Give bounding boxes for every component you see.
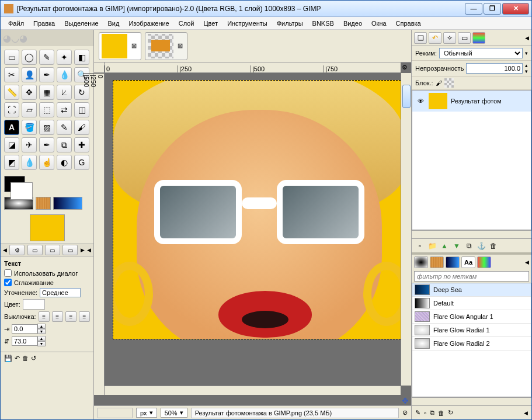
new-gradient-icon[interactable]: ▫: [424, 409, 426, 416]
lock-alpha-icon[interactable]: [444, 78, 454, 88]
ruler-horizontal[interactable]: 0 |250 |500 |750: [105, 63, 401, 73]
canvas-scroll-horizontal[interactable]: [105, 386, 401, 395]
clone-tool[interactable]: ⧉: [57, 137, 72, 152]
menu-video[interactable]: Видео: [339, 19, 366, 28]
gegl-tool[interactable]: G: [74, 155, 89, 170]
layer-name[interactable]: Результат фотом: [451, 98, 502, 105]
eraser-tool[interactable]: ◪: [4, 137, 19, 152]
gradient-scroll[interactable]: [412, 397, 531, 405]
gradients-tab[interactable]: [446, 256, 460, 268]
maximize-button[interactable]: ❐: [484, 3, 501, 15]
channels-tab[interactable]: ↶: [429, 32, 441, 44]
active-image-preview[interactable]: [30, 214, 65, 241]
flip-tool[interactable]: ⇄: [57, 102, 72, 117]
device-tab[interactable]: ▭: [27, 245, 43, 255]
size-up[interactable]: ▲: [37, 336, 46, 341]
scissors-tool[interactable]: ✂: [4, 67, 19, 82]
indent-down[interactable]: ▼: [37, 329, 46, 334]
indent-up[interactable]: ▲: [37, 324, 46, 329]
canvas[interactable]: [105, 73, 401, 395]
justify-center[interactable]: ≡: [65, 311, 77, 322]
save-options-icon[interactable]: 💾: [4, 355, 12, 362]
layer-down-icon[interactable]: ▼: [452, 241, 461, 251]
blend-tool[interactable]: ▨: [39, 120, 54, 135]
color-picker-tool[interactable]: 💧: [57, 67, 72, 82]
ink-tool[interactable]: ✒: [39, 137, 54, 152]
delete-gradient-icon[interactable]: 🗑: [438, 409, 444, 416]
new-group-icon[interactable]: 📁: [427, 241, 437, 251]
justify-fill[interactable]: ≡: [79, 311, 90, 322]
gradient-swatch[interactable]: [53, 197, 82, 210]
shear-tool[interactable]: ▱: [22, 102, 37, 117]
opacity-down[interactable]: ▾: [525, 68, 528, 74]
foreground-select-tool[interactable]: 👤: [22, 67, 37, 82]
fonts-tab[interactable]: Aa: [461, 256, 475, 268]
hinting-select[interactable]: [40, 288, 81, 297]
histogram-tab[interactable]: [472, 32, 485, 44]
dock-menu-right[interactable]: ◀: [525, 35, 529, 41]
blur-tool[interactable]: 💧: [22, 155, 37, 170]
restore-options-icon[interactable]: ↶: [15, 355, 20, 362]
gradient-item-3[interactable]: Flare Glow Radial 1: [412, 324, 531, 337]
perspective-tool[interactable]: ⬚: [39, 102, 54, 117]
move-tool[interactable]: ✥: [22, 85, 37, 100]
edit-gradient-icon[interactable]: ✎: [415, 409, 420, 416]
indent-input[interactable]: [12, 324, 37, 334]
tab-menu[interactable]: ◀: [87, 247, 91, 253]
palettes-tab[interactable]: [477, 256, 491, 268]
scroll-thumb-v[interactable]: [402, 85, 411, 108]
align-tool[interactable]: ▦: [39, 85, 54, 100]
document-tab-2[interactable]: ⊠: [145, 32, 187, 60]
image-layer[interactable]: [113, 80, 401, 339]
perspective-clone-tool[interactable]: ◩: [4, 155, 19, 170]
lock-pixels-icon[interactable]: 🖌: [436, 79, 442, 86]
pattern-swatch[interactable]: [36, 197, 51, 210]
layer-row[interactable]: 👁 Результат фотом: [412, 91, 531, 112]
tab-next[interactable]: ▶: [81, 247, 85, 253]
tag-filter-input[interactable]: [414, 271, 529, 282]
airbrush-tool[interactable]: ✈: [22, 137, 37, 152]
close-button[interactable]: ✕: [502, 3, 529, 15]
opacity-slider[interactable]: 100.0: [466, 63, 523, 74]
document-tab-1[interactable]: ⊠: [99, 32, 141, 60]
gradient-item-0[interactable]: Deep Sea: [412, 283, 531, 297]
gradient-view-menu[interactable]: ◀: [524, 410, 528, 416]
pencil-tool[interactable]: ✎: [57, 120, 72, 135]
anchor-layer-icon[interactable]: ⚓: [477, 241, 486, 251]
ellipse-select-tool[interactable]: ◯: [22, 50, 37, 65]
tool-options-tab[interactable]: ⚙: [9, 245, 25, 255]
antialias-checkbox[interactable]: [4, 279, 12, 286]
history-tab[interactable]: ▭: [45, 245, 60, 255]
smudge-tool[interactable]: ☝: [39, 155, 54, 170]
brushes-tab[interactable]: [414, 256, 428, 268]
menu-layer[interactable]: Слой: [175, 19, 199, 28]
fuzzy-select-tool[interactable]: ✦: [57, 50, 72, 65]
free-select-tool[interactable]: ✎: [39, 50, 54, 65]
scale-tool[interactable]: ⛶: [4, 102, 19, 117]
ruler-origin[interactable]: [94, 63, 105, 73]
menu-edit[interactable]: Правка: [29, 19, 59, 28]
layer-up-icon[interactable]: ▲: [440, 241, 449, 251]
zoom-select[interactable]: 50%▾: [161, 408, 187, 418]
delete-options-icon[interactable]: 🗑: [22, 355, 29, 362]
quick-mask-icon[interactable]: ⚙: [402, 64, 410, 72]
gradient-item-2[interactable]: Flare Glow Angular 1: [412, 310, 531, 324]
opacity-up[interactable]: ▴: [525, 63, 528, 68]
color-select-tool[interactable]: ◧: [74, 50, 89, 65]
duplicate-layer-icon[interactable]: ⧉: [464, 241, 474, 251]
cancel-icon[interactable]: ⊘: [402, 409, 408, 416]
new-layer-icon[interactable]: ▫: [415, 241, 425, 251]
duplicate-gradient-icon[interactable]: ⧉: [430, 409, 434, 416]
menu-filters[interactable]: Фильтры: [273, 19, 307, 28]
canvas-scroll-vertical[interactable]: [401, 73, 411, 386]
text-tool[interactable]: A: [4, 120, 19, 135]
delete-layer-icon[interactable]: 🗑: [489, 241, 498, 251]
layers-scroll[interactable]: [412, 230, 531, 238]
mode-dropdown-icon[interactable]: ▾: [525, 50, 528, 56]
canvas-nav-icon[interactable]: ✥: [401, 396, 410, 405]
mode-select[interactable]: Обычный: [439, 48, 523, 58]
fg-bg-swatch[interactable]: [4, 176, 25, 192]
minimize-button[interactable]: —: [465, 3, 482, 15]
justify-left[interactable]: ≡: [39, 311, 50, 322]
use-dialog-checkbox[interactable]: [4, 269, 12, 277]
